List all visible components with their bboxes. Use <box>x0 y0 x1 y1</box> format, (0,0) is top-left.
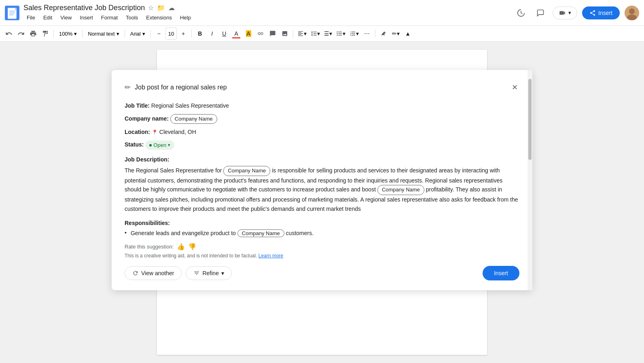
comments-button[interactable] <box>533 6 548 20</box>
user-avatar[interactable] <box>625 6 639 20</box>
view-another-label: View another <box>141 270 174 276</box>
menu-edit[interactable]: Edit <box>40 13 55 22</box>
status-chevron: ▾ <box>168 142 170 149</box>
bold-button[interactable]: B <box>194 28 205 40</box>
font-value: Arial <box>130 31 141 37</box>
font-size-increase[interactable]: + <box>178 28 189 40</box>
filter-icon <box>193 270 200 276</box>
zoom-select[interactable]: 100% ▾ <box>56 28 80 40</box>
print-button[interactable] <box>28 28 39 40</box>
suggestions-button[interactable]: ✏▾ <box>390 28 401 40</box>
spacing-button[interactable]: ▾ <box>309 28 322 40</box>
doc-title-row: Sales Representative Job Description ☆ 📁… <box>23 4 510 12</box>
checklist-button[interactable]: ☰▾ <box>322 28 334 40</box>
font-select[interactable]: Arial ▾ <box>127 28 148 40</box>
share-label: Insert <box>598 10 612 16</box>
text-color-button[interactable]: A <box>231 28 242 40</box>
status-chip[interactable]: Open ▾ <box>145 140 174 150</box>
company-name-chip: Company Name <box>170 114 217 124</box>
bullet-item-1: • Generate leads and evangelize product … <box>125 229 519 237</box>
document-page: ✏ Job post for a regional sales rep ✕ Jo… <box>157 50 487 355</box>
view-another-button[interactable]: View another <box>125 266 182 280</box>
separator-5 <box>191 30 192 38</box>
menu-tools[interactable]: Tools <box>123 13 141 22</box>
menu-format[interactable]: Format <box>98 13 121 22</box>
numbered-button[interactable]: ▾ <box>348 28 360 40</box>
zoom-value: 100% <box>59 31 72 37</box>
zoom-chevron: ▾ <box>74 31 77 37</box>
link-button[interactable] <box>255 28 266 40</box>
meet-button[interactable]: ▾ <box>553 6 577 19</box>
align-button[interactable]: ▾ <box>296 28 308 40</box>
top-bar-right: ▾ Insert <box>514 6 639 20</box>
doc-title: Sales Representative Job Description <box>23 4 145 12</box>
svg-rect-3 <box>9 13 15 13</box>
refine-button[interactable]: Refine ▾ <box>186 266 231 280</box>
star-icon[interactable]: ☆ <box>148 4 154 12</box>
style-value: Normal text <box>88 31 114 37</box>
menu-help[interactable]: Help <box>177 13 194 22</box>
comment-button[interactable] <box>267 28 278 40</box>
thumbs-up-button[interactable]: 👍 <box>177 243 185 250</box>
thumbs-down-button[interactable]: 👎 <box>188 243 196 250</box>
highlight-button[interactable]: A <box>243 28 254 40</box>
svg-rect-2 <box>9 11 15 11</box>
responsibilities-heading: Responsibilities: <box>125 220 519 226</box>
font-size-box: 10 <box>165 28 177 40</box>
underline-button[interactable]: U <box>218 28 230 40</box>
insert-button[interactable]: Insert <box>483 266 519 280</box>
scrollbar-thumb[interactable] <box>528 79 532 160</box>
job-title-label: Job Title: <box>125 102 150 109</box>
doc-title-area: Sales Representative Job Description ☆ 📁… <box>23 4 510 22</box>
clear-format-button[interactable] <box>378 28 389 40</box>
bullet-button[interactable]: ▾ <box>335 28 347 40</box>
style-select[interactable]: Normal text ▾ <box>85 28 122 40</box>
meet-label: ▾ <box>568 10 571 16</box>
menu-view[interactable]: View <box>57 13 75 22</box>
learn-more-link[interactable]: Learn more <box>258 253 283 259</box>
paint-format-button[interactable] <box>40 28 51 40</box>
font-size-value[interactable]: 10 <box>168 31 174 37</box>
status-value: Open <box>153 141 166 149</box>
ai-dialog-title: Job post for a regional sales rep <box>135 84 506 91</box>
menu-extensions[interactable]: Extensions <box>143 13 175 22</box>
cloud-icon[interactable]: ☁ <box>168 4 175 12</box>
company-name-label: Company name: <box>125 115 169 122</box>
refine-chevron: ▾ <box>221 270 224 276</box>
insert-label: Insert <box>494 270 508 276</box>
refresh-icon <box>132 270 139 276</box>
location-row: Location: 📍 Cleveland, OH <box>125 128 519 136</box>
font-size-decrease[interactable]: − <box>153 28 165 40</box>
more-button[interactable]: ⋯ <box>361 28 373 40</box>
pencil-icon: ✏ <box>125 83 131 92</box>
top-bar: Sales Representative Job Description ☆ 📁… <box>0 0 644 26</box>
redo-button[interactable] <box>15 28 27 40</box>
location-label: Location: <box>125 129 150 135</box>
status-label: Status: <box>125 141 144 148</box>
company-chip-2: Company Name <box>377 185 424 195</box>
folder-icon[interactable]: 📁 <box>157 4 165 12</box>
share-button[interactable]: Insert <box>582 6 620 19</box>
status-dot <box>149 144 152 146</box>
separator-2 <box>82 30 83 38</box>
action-row: View another Refine ▾ Insert <box>125 266 519 280</box>
undo-button[interactable] <box>3 28 15 40</box>
job-title-value: Regional Sales Representative <box>151 102 229 109</box>
menu-file[interactable]: File <box>23 13 38 22</box>
svg-rect-4 <box>9 14 14 15</box>
image-button[interactable] <box>279 28 290 40</box>
collapse-toolbar-button[interactable]: ▲ <box>402 28 413 40</box>
scrollbar-track[interactable] <box>527 70 532 290</box>
close-button[interactable]: ✕ <box>510 81 519 93</box>
company-chip-3: Company Name <box>237 229 284 237</box>
separator-3 <box>125 30 125 38</box>
location-value: Cleveland, OH <box>159 129 196 135</box>
menu-insert[interactable]: Insert <box>76 13 96 22</box>
toolbar: 100% ▾ Normal text ▾ Arial ▾ − 10 + B I … <box>0 26 644 42</box>
history-button[interactable] <box>514 6 528 20</box>
bullet-dot: • <box>125 229 127 237</box>
italic-button[interactable]: I <box>206 28 218 40</box>
rating-label: Rate this suggestion: <box>125 244 174 250</box>
font-chevron: ▾ <box>142 31 145 37</box>
doc-title-icons: ☆ 📁 ☁ <box>148 4 175 12</box>
